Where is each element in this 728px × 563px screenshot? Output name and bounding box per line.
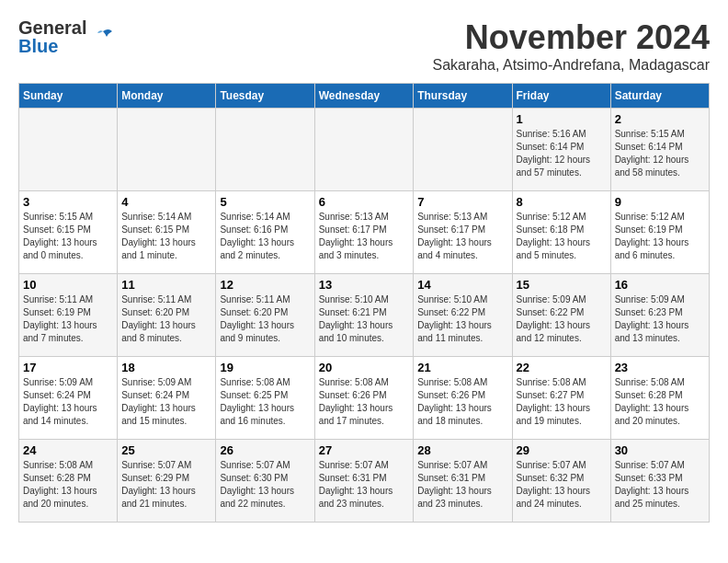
day-number: 28	[417, 443, 507, 457]
calendar-cell: 14Sunrise: 5:10 AMSunset: 6:22 PMDayligh…	[414, 274, 512, 357]
calendar-cell: 16Sunrise: 5:09 AMSunset: 6:23 PMDayligh…	[610, 274, 709, 357]
day-info: Sunrise: 5:12 AMSunset: 6:19 PMDaylight:…	[615, 211, 705, 262]
calendar-cell: 9Sunrise: 5:12 AMSunset: 6:19 PMDaylight…	[610, 191, 709, 274]
day-number: 6	[319, 195, 410, 209]
month-title: November 2024	[433, 18, 711, 57]
day-info: Sunrise: 5:14 AMSunset: 6:16 PMDaylight:…	[220, 211, 310, 262]
calendar-cell: 25Sunrise: 5:07 AMSunset: 6:29 PMDayligh…	[118, 440, 216, 523]
weekday-header-friday: Friday	[512, 84, 610, 109]
calendar-cell	[414, 109, 512, 191]
calendar-cell	[19, 109, 118, 191]
day-number: 27	[319, 443, 410, 457]
day-info: Sunrise: 5:11 AMSunset: 6:20 PMDaylight:…	[220, 293, 310, 345]
day-info: Sunrise: 5:15 AMSunset: 6:15 PMDaylight:…	[23, 211, 113, 262]
calendar-cell: 1Sunrise: 5:16 AMSunset: 6:14 PMDaylight…	[512, 109, 610, 191]
logo: General Blue	[18, 18, 116, 55]
day-number: 13	[319, 278, 410, 292]
logo-blue: Blue	[18, 37, 86, 55]
calendar-cell: 17Sunrise: 5:09 AMSunset: 6:24 PMDayligh…	[19, 357, 118, 440]
subtitle: Sakaraha, Atsimo-Andrefana, Madagascar	[433, 57, 711, 74]
day-info: Sunrise: 5:15 AMSunset: 6:14 PMDaylight:…	[615, 128, 705, 179]
calendar-cell: 7Sunrise: 5:13 AMSunset: 6:17 PMDaylight…	[414, 191, 512, 274]
calendar-cell	[118, 109, 216, 191]
day-number: 4	[121, 195, 211, 209]
calendar-cell: 11Sunrise: 5:11 AMSunset: 6:20 PMDayligh…	[118, 274, 216, 357]
calendar-cell: 2Sunrise: 5:15 AMSunset: 6:14 PMDaylight…	[610, 109, 709, 191]
day-info: Sunrise: 5:09 AMSunset: 6:24 PMDaylight:…	[121, 376, 211, 428]
day-info: Sunrise: 5:11 AMSunset: 6:20 PMDaylight:…	[121, 293, 211, 345]
day-number: 17	[23, 361, 113, 374]
calendar-cell: 27Sunrise: 5:07 AMSunset: 6:31 PMDayligh…	[314, 440, 414, 523]
calendar-cell: 29Sunrise: 5:07 AMSunset: 6:32 PMDayligh…	[512, 440, 610, 523]
calendar-cell: 5Sunrise: 5:14 AMSunset: 6:16 PMDaylight…	[216, 191, 314, 274]
calendar-cell: 30Sunrise: 5:07 AMSunset: 6:33 PMDayligh…	[610, 440, 709, 523]
day-number: 12	[220, 278, 310, 292]
calendar-week-3: 10Sunrise: 5:11 AMSunset: 6:19 PMDayligh…	[19, 274, 710, 357]
calendar-cell	[314, 109, 414, 191]
day-number: 21	[417, 361, 507, 374]
calendar-cell: 10Sunrise: 5:11 AMSunset: 6:19 PMDayligh…	[19, 274, 118, 357]
day-info: Sunrise: 5:12 AMSunset: 6:18 PMDaylight:…	[517, 211, 607, 262]
day-info: Sunrise: 5:07 AMSunset: 6:33 PMDaylight:…	[615, 459, 705, 511]
day-info: Sunrise: 5:09 AMSunset: 6:22 PMDaylight:…	[517, 293, 607, 345]
calendar-cell: 22Sunrise: 5:08 AMSunset: 6:27 PMDayligh…	[512, 357, 610, 440]
day-number: 18	[121, 361, 211, 374]
day-number: 3	[23, 195, 113, 209]
day-number: 8	[517, 195, 607, 209]
calendar-cell: 12Sunrise: 5:11 AMSunset: 6:20 PMDayligh…	[216, 274, 314, 357]
day-info: Sunrise: 5:08 AMSunset: 6:28 PMDaylight:…	[615, 376, 705, 428]
day-info: Sunrise: 5:10 AMSunset: 6:21 PMDaylight:…	[319, 293, 410, 345]
day-number: 22	[517, 361, 607, 374]
day-info: Sunrise: 5:11 AMSunset: 6:19 PMDaylight:…	[23, 293, 113, 345]
day-number: 29	[517, 443, 607, 457]
calendar-table: SundayMondayTuesdayWednesdayThursdayFrid…	[18, 83, 710, 523]
day-info: Sunrise: 5:08 AMSunset: 6:27 PMDaylight:…	[517, 376, 607, 428]
calendar-cell: 13Sunrise: 5:10 AMSunset: 6:21 PMDayligh…	[314, 274, 414, 357]
day-info: Sunrise: 5:16 AMSunset: 6:14 PMDaylight:…	[517, 128, 607, 179]
calendar-week-4: 17Sunrise: 5:09 AMSunset: 6:24 PMDayligh…	[19, 357, 710, 440]
calendar-cell: 6Sunrise: 5:13 AMSunset: 6:17 PMDaylight…	[314, 191, 414, 274]
day-number: 24	[23, 443, 113, 457]
day-info: Sunrise: 5:14 AMSunset: 6:15 PMDaylight:…	[121, 211, 211, 262]
day-number: 26	[220, 443, 310, 457]
day-info: Sunrise: 5:07 AMSunset: 6:31 PMDaylight:…	[417, 459, 507, 511]
weekday-header-wednesday: Wednesday	[314, 84, 414, 109]
calendar-cell: 4Sunrise: 5:14 AMSunset: 6:15 PMDaylight…	[118, 191, 216, 274]
day-info: Sunrise: 5:13 AMSunset: 6:17 PMDaylight:…	[319, 211, 410, 262]
day-number: 30	[615, 443, 705, 457]
day-number: 11	[121, 278, 211, 292]
weekday-header-row: SundayMondayTuesdayWednesdayThursdayFrid…	[19, 84, 710, 109]
day-number: 1	[517, 112, 607, 126]
calendar-cell: 21Sunrise: 5:08 AMSunset: 6:26 PMDayligh…	[414, 357, 512, 440]
logo-bird-icon	[90, 24, 116, 50]
day-info: Sunrise: 5:07 AMSunset: 6:32 PMDaylight:…	[517, 459, 607, 511]
calendar-week-1: 1Sunrise: 5:16 AMSunset: 6:14 PMDaylight…	[19, 109, 710, 191]
day-info: Sunrise: 5:07 AMSunset: 6:29 PMDaylight:…	[121, 459, 211, 511]
calendar-cell: 23Sunrise: 5:08 AMSunset: 6:28 PMDayligh…	[610, 357, 709, 440]
calendar-header: SundayMondayTuesdayWednesdayThursdayFrid…	[19, 84, 710, 109]
weekday-header-sunday: Sunday	[19, 84, 118, 109]
calendar-body: 1Sunrise: 5:16 AMSunset: 6:14 PMDaylight…	[19, 109, 710, 523]
calendar-cell: 8Sunrise: 5:12 AMSunset: 6:18 PMDaylight…	[512, 191, 610, 274]
day-number: 10	[23, 278, 113, 292]
day-number: 19	[220, 361, 310, 374]
day-info: Sunrise: 5:08 AMSunset: 6:26 PMDaylight:…	[319, 376, 410, 428]
day-number: 14	[417, 278, 507, 292]
day-number: 9	[615, 195, 705, 209]
calendar-cell: 3Sunrise: 5:15 AMSunset: 6:15 PMDaylight…	[19, 191, 118, 274]
calendar-cell: 20Sunrise: 5:08 AMSunset: 6:26 PMDayligh…	[314, 357, 414, 440]
calendar-cell: 15Sunrise: 5:09 AMSunset: 6:22 PMDayligh…	[512, 274, 610, 357]
day-info: Sunrise: 5:08 AMSunset: 6:28 PMDaylight:…	[23, 459, 113, 511]
page-header: General Blue November 2024 Sakaraha, Ats…	[18, 18, 710, 74]
calendar-cell: 26Sunrise: 5:07 AMSunset: 6:30 PMDayligh…	[216, 440, 314, 523]
calendar-cell: 24Sunrise: 5:08 AMSunset: 6:28 PMDayligh…	[19, 440, 118, 523]
day-number: 15	[517, 278, 607, 292]
day-number: 20	[319, 361, 410, 374]
title-section: November 2024 Sakaraha, Atsimo-Andrefana…	[433, 18, 711, 74]
day-info: Sunrise: 5:13 AMSunset: 6:17 PMDaylight:…	[417, 211, 507, 262]
calendar-cell	[216, 109, 314, 191]
day-number: 23	[615, 361, 705, 374]
day-number: 7	[417, 195, 507, 209]
weekday-header-monday: Monday	[118, 84, 216, 109]
day-info: Sunrise: 5:10 AMSunset: 6:22 PMDaylight:…	[417, 293, 507, 345]
